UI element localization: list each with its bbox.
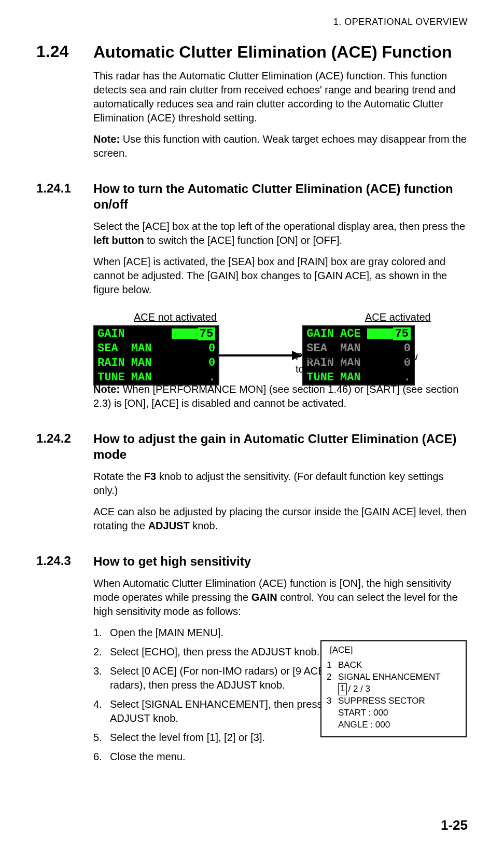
list-item: 1.Open the [MAIN MENU]. <box>93 626 363 640</box>
paragraph: ACE can also be adjusted by placing the … <box>93 505 468 533</box>
subsection-number: 1.24.3 <box>36 554 93 568</box>
menu-row-options: 1 / 2 / 3 <box>327 683 460 695</box>
note-text: When [PERFORMANCE MON] (see section 1.46… <box>93 383 458 409</box>
page-number: 1-25 <box>441 817 468 833</box>
section-title: Automatic Clutter Elimination (ACE) Func… <box>93 42 452 62</box>
section-1-24: 1.24 Automatic Clutter Elimination (ACE)… <box>36 42 468 62</box>
fig-label-right: ACE activated <box>365 311 431 323</box>
paragraph: When Automatic Clutter Elimination (ACE)… <box>93 577 468 619</box>
radar-box-ace-off: GAIN 75 SEAMAN0 RAINMAN0 TUNEMAN. <box>93 325 219 386</box>
subsection-title: How to adjust the gain in Automatic Clut… <box>93 431 468 462</box>
subsection-number: 1.24.2 <box>36 431 93 446</box>
paragraph-note: Note: Use this function with caution. We… <box>93 132 468 160</box>
menu-row: 2SIGNAL ENHANCEMENT <box>327 671 460 683</box>
menu-title: [ACE] <box>330 644 460 656</box>
menu-row-sub: ANGLE : 000 <box>327 719 460 731</box>
paragraph: When [ACE] is activated, the [SEA] box a… <box>93 255 468 297</box>
section-1-24-3: 1.24.3 How to get high sensitivity <box>36 554 468 569</box>
note-label: Note: <box>93 383 120 395</box>
section-1-24-2: 1.24.2 How to adjust the gain in Automat… <box>36 431 468 462</box>
menu-row-sub: START : 000 <box>327 707 460 719</box>
fig-label-left: ACE not activated <box>134 311 284 323</box>
menu-row: 1BACK <box>327 660 460 671</box>
chapter-header: 1. OPERATIONAL OVERVIEW <box>36 17 468 28</box>
section-number: 1.24 <box>36 42 93 61</box>
subsection-number: 1.24.1 <box>36 181 93 196</box>
paragraph-note: Note: When [PERFORMANCE MON] (see sectio… <box>93 382 468 410</box>
ace-menu-graphic: [ACE] 1BACK 2SIGNAL ENHANCEMENT 1 / 2 / … <box>320 640 467 737</box>
menu-row: 3SUPPRESS SECTOR <box>327 695 460 707</box>
paragraph: Select the [ACE] box at the top left of … <box>93 219 468 248</box>
ace-figure: ACE not activated ACE activated GAIN 75 … <box>93 311 468 375</box>
note-label: Note: <box>93 133 120 145</box>
subsection-title: How to get high sensitivity <box>93 554 251 569</box>
paragraph: This radar has the Automatic Clutter Eli… <box>93 69 468 125</box>
note-text: Use this function with caution. Weak tar… <box>93 133 467 159</box>
arrow-icon <box>219 351 302 360</box>
subsection-title: How to turn the Automatic Clutter Elimin… <box>93 181 468 212</box>
section-1-24-1: 1.24.1 How to turn the Automatic Clutter… <box>36 181 468 212</box>
list-item: 6.Close the menu. <box>93 750 363 764</box>
paragraph: Rotate the F3 knob to adjust the sensiti… <box>93 470 468 498</box>
